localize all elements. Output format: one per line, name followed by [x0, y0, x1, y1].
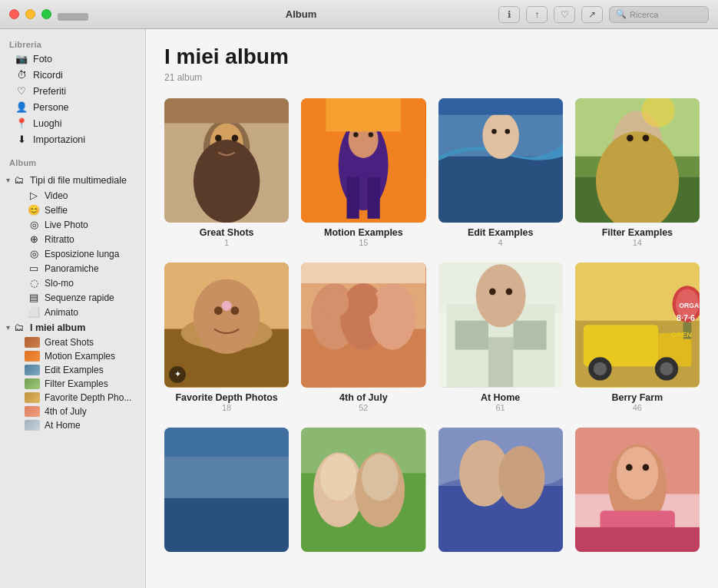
- sidebar-item-july[interactable]: 4th of July: [3, 405, 142, 418]
- titlebar-actions: ℹ ↑ ♡ ↗ 🔍 Ricerca: [498, 6, 709, 23]
- album-thumb-extra1: [164, 428, 289, 552]
- svg-text:ORGANIC: ORGANIC: [679, 302, 700, 310]
- album-name-motionex: Motion Examples: [324, 227, 403, 238]
- album-card-july[interactable]: 4th of July 52: [301, 263, 425, 411]
- album-card-favdepth[interactable]: ✦ Favorite Depth Photos 18: [164, 263, 289, 411]
- album-card-editex[interactable]: Edit Examples 4: [438, 98, 563, 247]
- svg-point-86: [617, 446, 658, 499]
- sidebar-item-filterex[interactable]: Filter Examples: [3, 377, 142, 391]
- sidebar-item-livephoto[interactable]: ◎ Live Photo: [3, 217, 142, 232]
- svg-rect-69: [164, 494, 289, 552]
- sidebar-item-editex[interactable]: Edit Examples: [3, 363, 142, 377]
- panoramiche-icon: ▭: [28, 263, 40, 274]
- motionex-thumb: [25, 351, 40, 362]
- sidebar-item-label-ricordi: Ricordi: [33, 70, 63, 81]
- miei-album-chevron-icon: ▾: [6, 323, 10, 332]
- miei-album-header[interactable]: ▾ 🗂 I miei album: [0, 319, 145, 335]
- sidebar-item-greatshots[interactable]: Great Shots: [3, 335, 142, 349]
- sidebar-item-ricordi[interactable]: ⏱ Ricordi: [3, 67, 142, 83]
- main-content: I miei album 21 album: [146, 29, 718, 588]
- minimize-button[interactable]: [25, 9, 35, 19]
- album-card-filterex[interactable]: Filter Examples 14: [575, 98, 700, 247]
- sidebar-item-athome[interactable]: At Home: [3, 418, 142, 432]
- sidebar-item-label-sequenze: Sequenze rapide: [45, 292, 114, 303]
- sidebar-item-motionex[interactable]: Motion Examples: [3, 349, 142, 363]
- esposizione-icon: ◎: [28, 248, 40, 259]
- svg-rect-49: [455, 321, 488, 350]
- album-card-greatshots[interactable]: Great Shots 1: [164, 98, 289, 247]
- sidebar-item-label-esposizione: Esposizione lunga: [45, 249, 119, 259]
- sidebar-item-luoghi[interactable]: 📍 Luoghi: [3, 115, 142, 131]
- sidebar-item-slomo[interactable]: ◌ Slo-mo: [3, 276, 142, 290]
- preferiti-icon: ♡: [15, 85, 28, 97]
- album-card-athome[interactable]: At Home 61: [438, 263, 563, 411]
- svg-point-19: [505, 129, 509, 134]
- album-num-july: 52: [359, 403, 368, 412]
- sidebar-item-label-preferiti: Preferiti: [33, 86, 66, 97]
- sidebar-item-favdepth[interactable]: Favorite Depth Pho...: [3, 391, 142, 405]
- sidebar-item-label-ritratto: Ritratto: [45, 234, 74, 245]
- sidebar-label-greatshots: Great Shots: [45, 337, 94, 348]
- sidebar-item-selfie[interactable]: 😊 Selfie: [3, 203, 142, 217]
- svg-point-34: [231, 307, 240, 315]
- album-card-motionex[interactable]: Motion Examples 15: [301, 98, 425, 247]
- share-button[interactable]: ↑: [526, 6, 548, 23]
- svg-point-35: [222, 301, 232, 311]
- sidebar-item-ritratto[interactable]: ⊕ Ritratto: [3, 232, 142, 246]
- selfie-icon: 😊: [28, 204, 40, 216]
- sidebar-item-sequenze[interactable]: ▤ Sequenze rapide: [3, 290, 142, 305]
- slomo-icon: ◌: [28, 277, 40, 289]
- svg-rect-71: [164, 456, 289, 497]
- sidebar-item-label-luoghi: Luoghi: [33, 118, 62, 129]
- sidebar-label-athome: At Home: [45, 420, 81, 431]
- svg-point-42: [349, 288, 379, 318]
- album-num-editex: 4: [498, 238, 503, 247]
- svg-point-26: [627, 135, 634, 142]
- sidebar-item-label-livephoto: Live Photo: [45, 220, 88, 230]
- sidebar-item-preferiti[interactable]: ♡ Preferiti: [3, 83, 142, 99]
- info-button[interactable]: ℹ: [498, 6, 520, 23]
- heart-button[interactable]: ♡: [554, 6, 575, 23]
- album-num-favdepth: 18: [222, 403, 231, 412]
- sidebar-label-motionex: Motion Examples: [45, 351, 115, 362]
- window-title: Album: [104, 8, 498, 20]
- sidebar-item-panoramiche[interactable]: ▭ Panoramiche: [3, 261, 142, 276]
- sidebar-item-video[interactable]: ▷ Video: [3, 188, 142, 203]
- album-card-berryfarm[interactable]: ORGANIC 8·7·6 OPEN Berry Farm 46: [575, 263, 700, 411]
- svg-point-32: [194, 279, 260, 354]
- album-card-extra4[interactable]: [575, 428, 700, 557]
- search-field[interactable]: 🔍 Ricerca: [609, 6, 709, 23]
- svg-point-59: [594, 362, 607, 375]
- svg-point-33: [214, 307, 223, 315]
- miei-album-folder-icon: 🗂: [14, 322, 24, 333]
- album-card-extra1[interactable]: [164, 428, 289, 557]
- libreria-section-label: Libreria: [0, 35, 145, 51]
- foto-icon: 📷: [15, 53, 28, 64]
- sidebar-item-label-video: Video: [45, 190, 68, 201]
- svg-rect-20: [438, 98, 563, 115]
- close-button[interactable]: [9, 9, 19, 19]
- album-num-filterex: 14: [633, 238, 642, 247]
- maximize-button[interactable]: [41, 9, 51, 19]
- filterex-thumb: [25, 378, 40, 389]
- album-card-extra3[interactable]: [438, 428, 563, 557]
- export-button[interactable]: ↗: [581, 6, 603, 23]
- sidebar-item-esposizione[interactable]: ◎ Esposizione lunga: [3, 246, 142, 261]
- page-title: I miei album: [164, 45, 700, 69]
- sequenze-icon: ▤: [28, 292, 40, 303]
- editex-thumb: [25, 365, 40, 375]
- sidebar-item-persone[interactable]: 👤 Persone: [3, 99, 142, 115]
- album-thumb-extra2: [301, 428, 425, 552]
- sidebar-item-animato[interactable]: ⬜ Animato: [3, 305, 142, 319]
- sidebar-item-label-slomo: Slo-mo: [45, 278, 74, 289]
- miei-album-label: I miei album: [30, 322, 85, 333]
- album-card-extra2[interactable]: [301, 428, 425, 557]
- svg-point-18: [491, 129, 496, 134]
- svg-point-51: [475, 264, 525, 327]
- sidebar-item-label-importazioni: Importazioni: [33, 134, 85, 145]
- album-thumb-motionex: [301, 98, 425, 223]
- titlebar: Album ℹ ↑ ♡ ↗ 🔍 Ricerca: [0, 0, 718, 29]
- sidebar-item-importazioni[interactable]: ⬇ Importazioni: [3, 131, 142, 147]
- sidebar-item-foto[interactable]: 📷 Foto: [3, 51, 142, 67]
- tipi-group-header[interactable]: ▾ 🗂 Tipi di file multimediale: [0, 172, 145, 188]
